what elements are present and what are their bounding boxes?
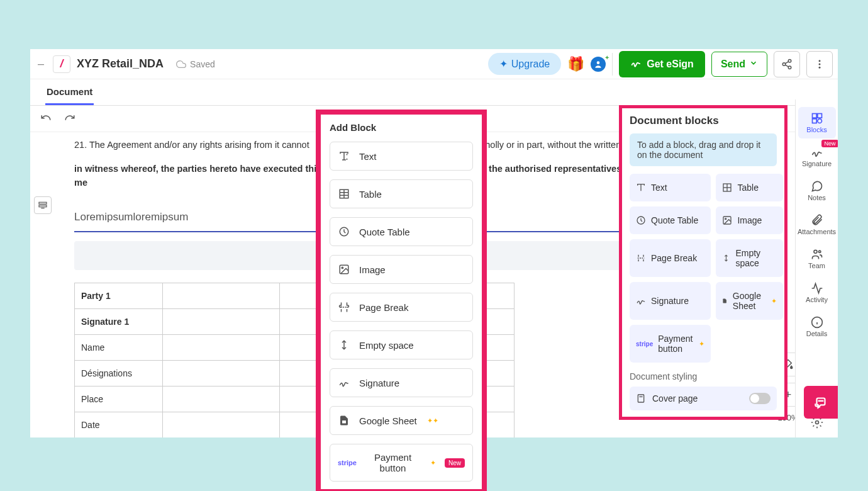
signature-icon [338, 376, 350, 389]
block-page-break[interactable]: Page Break [330, 293, 473, 322]
new-badge: New [445, 458, 465, 468]
svg-point-1 [788, 59, 791, 62]
upgrade-label: Upgrade [511, 59, 550, 70]
svg-rect-14 [812, 114, 816, 118]
sparkle-icon: ✦ [499, 58, 508, 70]
block-google-sheet[interactable]: Google Sheet ✦✦ [330, 406, 473, 435]
chat-fab[interactable] [804, 386, 838, 419]
doc-logo-icon: / [53, 55, 70, 73]
send-button[interactable]: Send [711, 52, 767, 77]
block-quote-table-label: Quote Table [359, 227, 410, 237]
svg-point-18 [814, 250, 817, 253]
svg-point-7 [819, 63, 821, 65]
rail-notes-label: Notes [808, 194, 826, 201]
block-quote-table[interactable]: Quote Table [330, 217, 473, 246]
svg-line-4 [785, 61, 788, 63]
grid-page-break[interactable]: Page Break [630, 239, 711, 277]
add-block-title: Add Block [330, 122, 473, 133]
send-label: Send [721, 59, 745, 70]
block-payment-button[interactable]: stripe Payment button ✦ New [330, 444, 473, 482]
new-badge: New [821, 140, 838, 147]
rail-team-label: Team [808, 262, 825, 269]
grid-empty-space[interactable]: Empty space [716, 239, 782, 277]
rail-signature-label: Signature [802, 160, 832, 167]
svg-rect-45 [638, 395, 643, 402]
cloud-icon [175, 58, 187, 71]
chevron-down-icon [749, 59, 758, 70]
page-break-icon [338, 301, 350, 313]
block-signature-label: Signature [359, 378, 399, 388]
doc-blocks-title: Document blocks [630, 115, 777, 127]
rail-attachments[interactable]: Attachments [798, 209, 836, 240]
quote-table-icon [338, 225, 350, 238]
divider [612, 53, 613, 76]
user-avatar[interactable] [591, 57, 606, 72]
svg-rect-35 [342, 420, 346, 424]
block-signature[interactable]: Signature [330, 368, 473, 397]
share-button[interactable] [774, 51, 800, 77]
rail-signature[interactable]: New Signature [798, 141, 836, 172]
para2-a: in witness whereof, the parties hereto h… [74, 164, 352, 174]
doc-title: XYZ Retail_NDA [77, 57, 164, 71]
svg-rect-10 [39, 205, 47, 207]
block-table[interactable]: Table [330, 179, 473, 208]
svg-point-2 [782, 62, 786, 65]
block-image[interactable]: Image [330, 255, 473, 284]
block-image-label: Image [359, 264, 386, 275]
more-button[interactable] [806, 51, 833, 77]
block-payment-label: Payment button [365, 452, 420, 473]
rail-details-label: Details [806, 330, 828, 337]
svg-point-0 [597, 61, 600, 64]
rail-team[interactable]: Team [798, 243, 836, 274]
block-empty-space-label: Empty space [359, 340, 414, 351]
rail-blocks[interactable]: Blocks [798, 107, 836, 138]
sparkle-icon: ✦✦ [427, 417, 438, 425]
block-text-label: Text [359, 151, 377, 162]
styling-title: Document styling [630, 371, 777, 381]
cover-page-toggle[interactable] [749, 393, 771, 404]
svg-rect-16 [812, 119, 816, 123]
cover-page-toggle-row: Cover page [630, 387, 777, 410]
upgrade-button[interactable]: ✦ Upgrade [488, 53, 561, 75]
rail-details[interactable]: Details [798, 311, 836, 342]
svg-line-5 [785, 65, 788, 67]
saved-indicator: Saved [175, 58, 215, 71]
rail-notes[interactable]: Notes [798, 175, 836, 206]
block-table-label: Table [359, 189, 382, 200]
top-bar: – / XYZ Retail_NDA Saved ✦ Upgrade 🎁 Get… [30, 49, 838, 79]
block-empty-space[interactable]: Empty space [330, 330, 473, 359]
block-text[interactable]: Text [330, 142, 473, 171]
saved-label: Saved [190, 59, 215, 69]
add-block-handle[interactable] [34, 196, 52, 214]
google-sheet-icon [338, 414, 350, 427]
grid-payment-button[interactable]: stripe Payment button✦ [630, 325, 711, 363]
undo-button[interactable] [40, 112, 52, 126]
doc-blocks-hint: To add a block, drag and drop it on the … [630, 133, 777, 166]
grid-text[interactable]: Text [630, 174, 711, 201]
svg-point-32 [342, 267, 343, 268]
image-icon [338, 263, 350, 276]
tab-document[interactable]: Document [45, 80, 94, 105]
back-handle[interactable]: – [35, 57, 47, 71]
gift-icon[interactable]: 🎁 [567, 56, 584, 72]
grid-table[interactable]: Table [716, 174, 782, 201]
grid-google-sheet[interactable]: Google Sheet✦ [716, 282, 782, 320]
table-icon [338, 188, 350, 200]
grid-quote-table[interactable]: Quote Table [630, 206, 711, 234]
rail-activity-label: Activity [806, 296, 828, 303]
svg-rect-9 [39, 202, 47, 204]
rail-attachments-label: Attachments [798, 228, 836, 235]
redo-button[interactable] [64, 112, 75, 126]
get-esign-label: Get eSign [647, 59, 694, 70]
grid-image[interactable]: Image [716, 206, 782, 234]
svg-point-8 [819, 66, 821, 68]
block-grid: Text Table Quote Table Image Page Break … [630, 174, 777, 363]
rail-activity[interactable]: Activity [798, 277, 836, 308]
svg-rect-15 [817, 114, 821, 118]
para1-prefix: 21. The Agreement and/or any rights aris… [74, 140, 312, 150]
svg-point-3 [788, 66, 791, 69]
svg-point-17 [817, 119, 821, 123]
rail-blocks-label: Blocks [806, 126, 826, 133]
grid-signature[interactable]: Signature [630, 282, 711, 320]
get-esign-button[interactable]: Get eSign [619, 51, 705, 77]
